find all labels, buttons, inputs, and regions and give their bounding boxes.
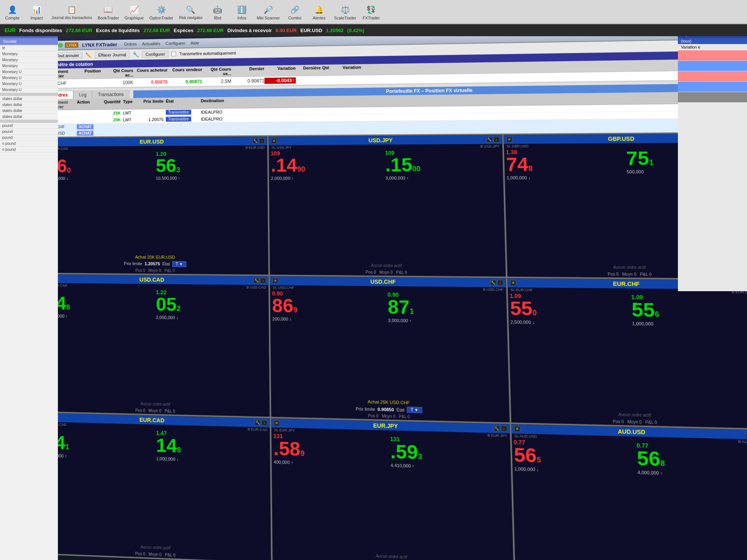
sidebar-item-m3[interactable]: Monetary [0,63,58,69]
tile-audusd-close-icon[interactable]: ✕ [514,426,520,432]
tile-usdjpy-bid-block: 109 .14 90 2,000,000 ↑ [271,150,385,261]
configurer-btn[interactable]: Configurer [142,50,168,57]
tile-usdjpy-bid-main-row: .14 90 [271,156,384,175]
sidebar-item-m6[interactable]: Monetary U [0,81,58,87]
tile-usdchf-name: USD.CHF [278,277,490,286]
tile-eurcad-arrow-icon[interactable]: ↕ [261,420,267,426]
tile-eurusd-limit-val: 1.20575 [145,261,160,266]
tile-usdjpy-sl: SL USD.JPY [272,146,292,150]
tile-usdcad-bid-suffix: 8 [66,303,70,311]
sidebar-item-m7[interactable]: Monetary U [0,87,58,93]
right-panel-item-red1[interactable] [678,50,747,61]
tile-eurusd-arrow-icon[interactable]: ↕ [259,138,265,144]
tile-usdjpy-prices: 109 .14 90 2,000,000 ↑ 109 [269,149,505,262]
toolbar-booktrader[interactable]: 📖 BookTrader [97,4,119,20]
or1-transmit-btn[interactable]: Transmettre [166,110,191,115]
cotation-last: 0.90871 [231,78,264,84]
toolbar-impact[interactable]: 📊 Impact [27,4,46,20]
toolbar-combo[interactable]: 🔗 Combo [285,4,304,20]
sidebar-item-usd4[interactable]: states dollar [0,114,58,120]
toolbar-compte[interactable]: 👤 Compte [3,4,22,20]
tile-usdchf-arrow-icon[interactable]: ↕ [497,280,503,285]
toolbar-mktscanner[interactable]: 🔎 Mkt Scanner [257,4,280,20]
or1-qty: 25K [100,111,121,115]
compte-icon: 👤 [6,4,18,16]
right-panel-item-blue1[interactable] [678,61,747,71]
sidebar-item-m2[interactable]: Monetary [0,57,58,63]
tile-eurcad-wrench-icon[interactable]: 🔧 [255,420,260,426]
maximize-btn[interactable] [58,43,63,47]
fonds-label: Fonds disponibles [19,28,62,33]
tile-usdchf-wrench-icon[interactable]: 🔧 [490,280,496,285]
tile-eurusd-prices: 1.20 56 0 2,000,000 ↓ 1.20 [45,150,268,255]
toolbar-scaletrader-label: ScaleTrader [334,16,356,20]
col-ask: Cours vendeur [168,67,202,77]
col-variation2: Variation [329,65,361,75]
sidebar-item-usd2[interactable]: states dollar [0,102,58,108]
toolbar-fxtrader[interactable]: 💱 FXTrader [362,4,381,20]
sidebar-item-usd3[interactable]: states dollar [0,108,58,114]
right-panel-item-gray[interactable] [678,92,747,103]
tile-eurusd-wrench-icon[interactable]: 🔧 [252,139,258,144]
toolbar-risknavigator[interactable]: 🔍 Risk navigator [179,4,202,20]
tile-usdcad-wrench-icon[interactable]: 🔧 [254,278,259,283]
sidebar-item-usd1[interactable]: states dollar [0,96,58,102]
sidebar-item-ie[interactable]: lé [0,45,58,51]
tile-eurchf-prices: 1.09 55 0 2,500,000 ↓ 1.09 55 6 [508,292,747,414]
tile-audusd-wrench-icon[interactable]: 🔧 [746,432,747,438]
tile-usdcad-prices: 1.22 04 8 2,000,000 ↑ 1.22 05 2 [44,287,269,403]
tab-transactions[interactable]: Transactions [92,90,130,98]
toolbar-journal[interactable]: 📋 Journal des transactions [52,4,92,20]
sidebar-item-m1[interactable]: Monetary [0,51,58,57]
tile-audusd: ✕ AUD.USD 🔧 ↕ SL AUD.USD B AUD.USD 0.7 [511,424,747,560]
sidebar-item-m4[interactable]: Monetary U [0,69,58,75]
tile-gbpusd-bid-block: 1.38 74 8 1,000,000 ↓ [506,149,628,262]
tile-eurjpy-wrench-icon[interactable]: 🔧 [494,426,500,432]
tile-usdjpy-arrow-icon[interactable]: ↕ [493,137,499,142]
menu-ordres[interactable]: Ordres [122,42,139,47]
tile-usdchf-bid-block: 0.90 86 9 200,000 ↑ [272,290,388,398]
tile-eurjpy-bid-main-row: .58 9 [273,439,389,462]
or2-price: 1.20575 [139,117,164,122]
eurusd-change: (0.42%) [347,28,365,33]
tile-usdjpy-ask-suffix: 00 [412,165,421,173]
sidebar-item-gbp4[interactable]: n pound [0,141,58,147]
toolbar-optiontrader[interactable]: ⚙️ OptionTrader [149,4,173,20]
toolbar-infos[interactable]: ℹ️ Infos [233,4,251,20]
menu-configurer[interactable]: Configurer [163,41,187,46]
tile-eurusd-pnl: Pos 0 Moyn 0 P&L 0 [45,267,269,274]
tile-usdchf-close-icon[interactable]: ✕ [273,278,278,283]
tile-eurchf-ask-block: 1.09 55 6 1,000,000 [631,294,747,413]
tile-eurcad-ask-block: 1.47 14 8 1,000,000 ↓ [156,430,269,547]
menu-aide[interactable]: Aide [188,41,201,46]
sidebar-item-m5[interactable]: Monetary U [0,75,58,81]
sidebar-item-gbp5[interactable]: n pound [0,147,58,153]
tile-eurusd-t-btn[interactable]: T ▼ [172,261,186,267]
tab-log[interactable]: Log [73,91,92,99]
tile-usdcad-arrow-icon[interactable]: ↕ [260,278,266,283]
toolbar-ibot[interactable]: 🤖 IBot [208,4,227,20]
tile-usdjpy-close-icon[interactable]: ✕ [272,138,277,144]
tile-eurusd-state-label: État [162,261,170,266]
right-panel-item-red2[interactable] [678,71,747,82]
toolbar-scaletrader[interactable]: ⚖️ ScaleTrader [334,4,356,20]
tile-usdjpy-wrench-icon[interactable]: 🔧 [486,137,492,142]
sidebar-item-gbp3[interactable]: pound [0,135,58,141]
tile-audusd-sl: SL AUD.USD [514,434,537,439]
tile-gbpusd-close-icon[interactable]: ✕ [506,137,512,142]
tile-usdchf-t-btn[interactable]: T ▼ [407,407,422,413]
right-panel-item-blue2[interactable] [678,82,747,92]
tile-eurjpy-close-icon[interactable]: ✕ [274,420,280,426]
or2-transmit-btn[interactable]: Transmettre [166,116,191,122]
toolbar-graphique[interactable]: 📈 Graphique [124,4,143,20]
sidebar-item-gbp1[interactable]: pound [0,123,58,129]
right-panel: Top 20 US (tous) Variation e [678,30,747,291]
sidebar-item-gbp2[interactable]: pound [0,129,58,135]
effacer-journal-btn[interactable]: Effacer Journal [95,51,130,59]
tile-eurjpy-arrow-icon[interactable]: ↕ [501,426,507,432]
toolbar-alertes[interactable]: 🔔 Alertes [310,4,328,20]
or1-state: Transmettre [166,110,199,115]
tile-eurchf-close-icon[interactable]: ✕ [510,280,516,286]
auto-transmit-checkbox[interactable] [171,52,176,56]
menu-actualites[interactable]: Actualités [140,41,162,46]
